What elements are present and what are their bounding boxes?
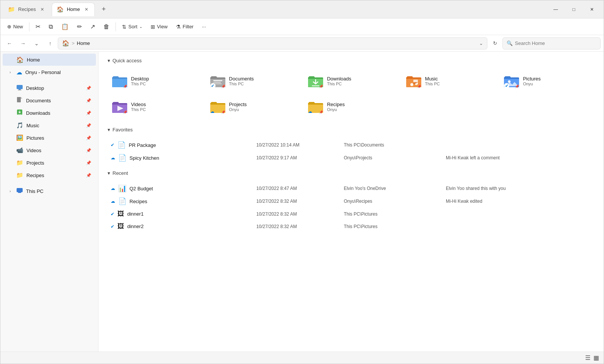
dinner2-type-icon: 🖼 — [117, 222, 124, 230]
expand-path-button[interactable]: ⌄ — [31, 37, 43, 49]
recipes-tile-sub: Onyu — [327, 107, 345, 112]
sort-label: Sort — [128, 24, 137, 29]
svg-rect-16 — [413, 80, 418, 82]
sidebar-item-downloads[interactable]: Downloads 📌 — [3, 107, 96, 119]
sidebar-item-pictures[interactable]: 🖼️ Pictures 📌 — [3, 132, 96, 144]
toolbar-separator-2 — [116, 22, 116, 31]
file-row-q2-budget[interactable]: ☁ 📊 Q2 Budget 10/27/2022 8:47 AM Elvin Y… — [108, 182, 595, 195]
svg-rect-9 — [18, 192, 21, 193]
home-expand-icon — [7, 57, 13, 63]
svg-rect-2 — [18, 90, 22, 91]
folder-tile-desktop[interactable]: 📌 Desktop This PC — [108, 69, 203, 92]
sort-button[interactable]: ⇅ Sort ⌄ — [118, 22, 146, 31]
sidebar-this-pc-label: This PC — [26, 188, 43, 194]
sidebar-item-onyu[interactable]: › ☁ Onyu - Personal — [3, 66, 96, 78]
recipes-file-name-cell: ☁ 📄 Recipes — [111, 197, 256, 205]
sidebar-item-home[interactable]: 🏠 Home — [3, 54, 96, 66]
file-row-dinner2[interactable]: ✔ 🖼 dinner2 10/27/2022 8:32 AM This PC\P… — [108, 220, 595, 233]
pictures-expand-icon — [7, 135, 13, 141]
videos-tile-sub: This PC — [131, 107, 146, 112]
sidebar-item-documents[interactable]: Documents 📌 — [3, 94, 96, 106]
main-layout: 🏠 Home › ☁ Onyu - Personal Desktop 📌 — [0, 52, 604, 352]
music-tile-sub: This PC — [425, 82, 440, 86]
paste-icon: 📋 — [61, 23, 69, 30]
folder-tile-downloads[interactable]: 📌 Downloads This PC — [304, 69, 399, 92]
sidebar-item-recipes[interactable]: 📁 Recipes 📌 — [3, 169, 96, 181]
up-button[interactable]: ↑ — [44, 37, 56, 49]
sidebar-recipes-label: Recipes — [26, 173, 44, 178]
videos-icon: 📹 — [16, 147, 23, 154]
dinner2-name-cell: ✔ 🖼 dinner2 — [111, 222, 256, 230]
file-row-dinner1[interactable]: ✔ 🖼 dinner1 10/27/2022 8:32 AM This PC\P… — [108, 208, 595, 220]
documents-tile-name: Documents — [229, 76, 254, 82]
cut-icon: ✂ — [35, 23, 40, 30]
sidebar-item-this-pc[interactable]: › This PC — [3, 185, 96, 197]
list-view-icon[interactable]: ☰ — [585, 354, 590, 361]
file-row-recipes-file[interactable]: ☁ 📄 Recipes 10/27/2022 8:32 AM Onyu\Reci… — [108, 195, 595, 208]
forward-button[interactable]: → — [17, 37, 29, 49]
folder-desktop-icon: 📌 — [112, 73, 127, 88]
svg-rect-7 — [18, 114, 22, 115]
quick-access-header[interactable]: ▾ Quick access — [108, 58, 595, 63]
sidebar-item-projects[interactable]: 📁 Projects 📌 — [3, 157, 96, 169]
view-button[interactable]: ⊞ View — [147, 22, 171, 31]
favorites-header[interactable]: ▾ Favorites — [108, 127, 595, 133]
folder-tile-pictures[interactable]: ✔ 📌 Pictures Onyu — [499, 69, 595, 92]
recent-header[interactable]: ▾ Recent — [108, 170, 595, 176]
desktop-expand-icon — [7, 85, 13, 91]
minimize-button[interactable]: — — [547, 3, 564, 15]
tab-recipes-close[interactable]: ✕ — [39, 6, 46, 13]
copy-button[interactable]: ⧉ — [45, 22, 57, 32]
more-button[interactable]: ··· — [198, 22, 210, 31]
search-box[interactable]: 🔍 — [502, 37, 601, 49]
videos-tile-name: Videos — [131, 102, 146, 107]
rename-button[interactable]: ✏ — [73, 22, 86, 32]
search-input[interactable] — [515, 40, 596, 46]
file-row-pr-package[interactable]: ✔ 📄 PR Package 10/27/2022 10:14 AM This … — [108, 139, 595, 151]
sidebar-item-videos[interactable]: 📹 Videos 📌 — [3, 144, 96, 156]
recipes-tile-name: Recipes — [327, 102, 345, 107]
paste-button[interactable]: 📋 — [57, 22, 72, 32]
folder-tile-music[interactable]: 📌 Music This PC — [402, 69, 497, 92]
file-row-spicy-kitchen[interactable]: ☁ 📄 Spicy Kitchen 10/27/2022 9:17 AM Ony… — [108, 151, 595, 164]
sidebar-home-label: Home — [27, 57, 40, 63]
tab-home[interactable]: 🏠 Home ✕ — [52, 3, 95, 16]
documents-sync-badge: ✔ — [210, 83, 216, 88]
sidebar-music-label: Music — [26, 123, 39, 128]
cut-button[interactable]: ✂ — [32, 22, 44, 32]
address-separator: > — [72, 40, 75, 46]
detail-view-icon[interactable]: ▦ — [593, 354, 599, 361]
home-address-icon: 🏠 — [62, 40, 69, 47]
new-button[interactable]: ⊕ New — [3, 22, 27, 31]
pictures-pin-badge: 📌 — [515, 85, 519, 88]
status-bar: ☰ ▦ — [0, 352, 604, 364]
q2-budget-sync-icon: ☁ — [111, 186, 115, 191]
close-button[interactable]: ✕ — [583, 3, 601, 15]
folder-tile-documents[interactable]: ✔ 📌 Documents This PC — [206, 69, 301, 92]
sidebar-item-music[interactable]: 🎵 Music 📌 — [3, 119, 96, 131]
filter-button[interactable]: ⚗ Filter — [172, 22, 197, 31]
sidebar-item-desktop[interactable]: Desktop 📌 — [3, 82, 96, 94]
maximize-button[interactable]: □ — [565, 3, 582, 15]
address-input[interactable]: 🏠 > Home ⌄ — [58, 37, 487, 49]
svg-point-17 — [508, 80, 511, 83]
svg-point-14 — [410, 83, 413, 86]
tab-home-close[interactable]: ✕ — [83, 6, 90, 13]
q2-budget-location: Elvin Yoo's OneDrive — [344, 186, 446, 191]
share-button[interactable]: ↗ — [86, 22, 99, 32]
folder-tile-videos[interactable]: 📌 Videos This PC — [108, 95, 203, 118]
desktop-tile-name: Desktop — [131, 76, 149, 82]
new-tab-button[interactable]: + — [98, 3, 110, 15]
projects-tile-sub: Onyu — [229, 107, 247, 112]
tab-recipes[interactable]: 📁 Recipes ✕ — [3, 3, 50, 16]
sidebar-downloads-label: Downloads — [26, 110, 50, 116]
forward-icon: → — [20, 40, 26, 46]
folder-tile-projects[interactable]: ☁ 📌 Projects Onyu — [206, 95, 301, 118]
back-button[interactable]: ← — [3, 37, 15, 49]
delete-button[interactable]: 🗑 — [100, 22, 113, 32]
downloads-pin-icon: 📌 — [86, 111, 91, 116]
spicy-kitchen-activity: Mi-Hi Kwak left a comment — [446, 155, 592, 160]
sidebar-videos-label: Videos — [26, 148, 42, 153]
folder-tile-recipes[interactable]: ☁ 📌 Recipes Onyu — [304, 95, 399, 118]
refresh-button[interactable]: ↻ — [489, 37, 501, 49]
